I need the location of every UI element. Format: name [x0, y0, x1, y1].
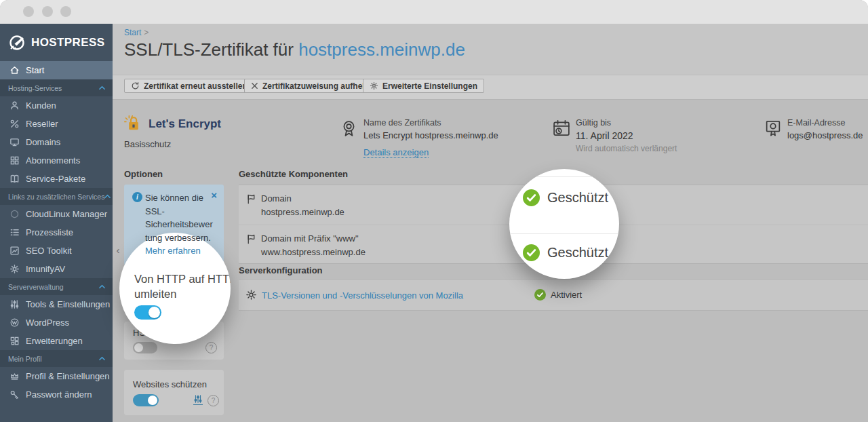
configure-sliders-icon[interactable]: [193, 394, 203, 405]
breadcrumb-separator: >: [144, 28, 149, 37]
sidebar-item-kunden[interactable]: Kunden: [0, 96, 113, 115]
sidebar-item-label: Service-Pakete: [26, 174, 85, 184]
calendar-clock-icon: [552, 119, 571, 138]
hostpress-logo[interactable]: HOSTPRESS: [0, 24, 113, 61]
refresh-icon: [131, 81, 140, 90]
key-icon: [9, 389, 20, 400]
certificate-name-label: Name des Zertifikats: [363, 118, 498, 128]
sidebar-item-label: Tools & Einstellungen: [26, 299, 110, 309]
reissue-certificate-button[interactable]: Zertifikat erneut ausstellen: [124, 79, 254, 93]
advanced-settings-button[interactable]: Erweiterte Einstellungen: [363, 79, 484, 93]
sidebar-item-prozessliste[interactable]: Prozessliste: [0, 223, 113, 242]
rosette-icon: [339, 119, 359, 138]
status-row-1: Geschützt: [523, 189, 608, 206]
sidebar-item-profil-einstellungen[interactable]: Profil & Einstellungen: [0, 367, 113, 385]
status-text: Geschützt: [547, 190, 608, 206]
sidebar-section-serververwaltung[interactable]: Serververwaltung: [0, 278, 113, 295]
sidebar-section-hosting-services[interactable]: Hosting-Services: [0, 79, 113, 96]
auto-renew-note: Wird automatisch verlängert: [576, 144, 677, 153]
sidebar-item-label: Kunden: [26, 100, 56, 111]
sidebar-item-abonnements[interactable]: Abonnements: [0, 151, 113, 170]
app-window: HOSTPRESS Start Hosting-Services Kunden …: [0, 0, 868, 422]
window-control-dot-3[interactable]: [60, 6, 71, 17]
sidebar: HOSTPRESS Start Hosting-Services Kunden …: [0, 24, 113, 422]
component-value: hostpress.meinwp.de: [261, 207, 344, 217]
sidebar-item-tools-einstellungen[interactable]: Tools & Einstellungen: [0, 295, 113, 313]
hsts-help-icon[interactable]: ?: [205, 342, 217, 353]
learn-more-link[interactable]: Mehr erfahren: [145, 246, 201, 256]
component-value: www.hostpress.meinwp.de: [261, 247, 366, 257]
gear-icon: [370, 81, 378, 90]
chevron-up-icon: [99, 356, 105, 361]
sidebar-item-erweiterungen[interactable]: Erweiterungen: [0, 332, 113, 350]
redirect-label: Von HTTP auf HTTPS umleiten: [134, 271, 231, 301]
sidebar-item-start[interactable]: Start: [0, 61, 113, 79]
info-message: Sie können die SSL-Sicherheitsbewertung …: [145, 191, 214, 258]
sidebar-item-wordpress[interactable]: WordPress: [0, 313, 113, 332]
sidebar-item-label: Start: [26, 65, 44, 75]
sidebar-section-label: Serververwaltung: [8, 283, 64, 291]
email-label: E-Mail-Adresse: [787, 118, 863, 128]
server-config-title: Serverkonfiguration: [239, 265, 323, 275]
email-value: logs@hostpress.de: [787, 130, 863, 140]
window-control-dot-2[interactable]: [42, 6, 53, 17]
sidebar-item-service-pakete[interactable]: Service-Pakete: [0, 170, 113, 188]
sidebar-item-reseller[interactable]: Reseller: [0, 115, 113, 133]
info-message-text: Sie können die SSL-Sicherheitsbewertung …: [145, 193, 213, 243]
list-icon: [9, 227, 20, 237]
tls-settings-link[interactable]: TLS-Versionen und -Verschlüsselungen von…: [262, 290, 463, 301]
logo-text: HOSTPRESS: [31, 36, 104, 50]
sidebar-item-domains[interactable]: Domains: [0, 133, 113, 151]
magnifier-status-circle: Geschützt Geschützt: [509, 169, 619, 279]
tls-status-text: Aktiviert: [551, 290, 582, 300]
protect-websites-help-icon[interactable]: ?: [208, 395, 219, 406]
component-label: Domain mit Präfix "www": [261, 233, 359, 244]
home-icon: [9, 65, 20, 75]
breadcrumb-link-start[interactable]: Start: [124, 28, 141, 37]
sidebar-item-label: Reseller: [26, 119, 58, 129]
sidebar-item-label: Prozessliste: [26, 227, 73, 237]
window-control-dot-1[interactable]: [23, 6, 34, 17]
sidebar-item-label: Erweiterungen: [26, 336, 83, 346]
chevron-up-icon: [99, 85, 105, 90]
check-circle-icon: [523, 189, 540, 206]
tls-status: Aktiviert: [534, 289, 582, 301]
hsts-toggle-off[interactable]: [133, 342, 157, 353]
sidebar-item-seo-toolkit[interactable]: SEO Toolkit: [0, 242, 113, 260]
sidebar-item-imunifyav[interactable]: ImunifyAV: [0, 260, 113, 278]
page-title: SSL/TLS-Zertifikat für hostpress.meinwp.…: [124, 39, 465, 60]
sidebar-section-mein-profil[interactable]: Mein Profil: [0, 350, 113, 367]
options-title: Optionen: [124, 169, 163, 179]
grid-icon: [9, 155, 20, 166]
close-x-icon: [251, 82, 258, 90]
valid-until-value: 11. April 2022: [576, 130, 677, 141]
sidebar-item-label: Abonnements: [26, 155, 80, 166]
components-title: Geschützte Komponenten: [239, 169, 348, 179]
server-config-row: TLS-Versionen und -Verschlüsselungen von…: [239, 279, 868, 311]
sidebar-item-label: Domains: [26, 137, 60, 147]
button-label: Zertifikatzuweisung aufheben: [262, 81, 377, 91]
sidebar-item-label: CloudLinux Manager: [26, 209, 107, 219]
redirect-toggle-on[interactable]: [134, 305, 161, 320]
flag-icon: [245, 193, 257, 205]
certificate-badge-icon: [764, 119, 783, 138]
chart-icon: [9, 246, 20, 256]
sidebar-item-label: ImunifyAV: [26, 264, 65, 274]
chevron-up-icon: [99, 284, 105, 289]
sidebar-section-links-services[interactable]: Links zu zusätzlichen Services: [0, 188, 113, 205]
redirect-label-line1: Von HTTP auf HTTPS: [134, 273, 231, 285]
sidebar-item-passwort-aendern[interactable]: Passwort ändern: [0, 385, 113, 404]
protect-websites-card: Websites schützen ?: [124, 370, 224, 415]
cloudlinux-icon: [9, 209, 20, 219]
protect-websites-toggle-on[interactable]: [133, 394, 159, 406]
redirect-label-line2: umleiten: [134, 288, 176, 300]
sidebar-collapse-handle[interactable]: ‹: [113, 243, 123, 258]
certificate-plan: Basisschutz: [124, 139, 171, 149]
sidebar-section-label: Links zu zusätzlichen Services: [8, 193, 104, 201]
details-link[interactable]: Details anzeigen: [363, 147, 429, 158]
check-circle-icon: [534, 289, 546, 301]
user-icon: [9, 100, 20, 111]
page-title-text: SSL/TLS-Zertifikat für: [124, 39, 298, 60]
sidebar-item-label: Passwort ändern: [26, 389, 92, 400]
sidebar-item-cloudlinux[interactable]: CloudLinux Manager: [0, 205, 113, 223]
